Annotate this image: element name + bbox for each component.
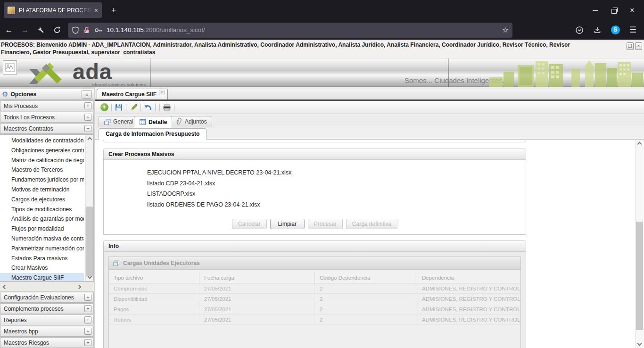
form-button[interactable]: Carga definitiva xyxy=(346,219,397,229)
sidebar-accordion-item[interactable]: Maestros Contratos − xyxy=(0,123,94,134)
form-button[interactable]: Limpiar xyxy=(270,219,305,229)
sidebar-tree-item[interactable]: Parametrizar numeración contrato xyxy=(0,244,84,254)
reload-icon[interactable] xyxy=(50,24,64,37)
sidebar-tree-item[interactable]: Análisis de garantías por modalida xyxy=(0,214,84,224)
sidebar-tree-item[interactable]: Numeración masiva de contratos xyxy=(0,234,84,244)
accordion-toggle-button[interactable]: − xyxy=(84,125,91,132)
url-field[interactable]: 10.1.140.105:2080/unillanos_sicof/ ☆ xyxy=(68,23,512,38)
sidebar-accordion-item[interactable]: Todos Los Procesos + xyxy=(0,112,94,123)
content-vertical-scrollbar[interactable] xyxy=(635,140,644,348)
sidebar-accordion-item[interactable]: Reportes + xyxy=(0,315,94,325)
window-close-icon[interactable]: × xyxy=(630,8,636,13)
col-tipo-archivo[interactable]: Tipo archivo xyxy=(109,272,199,283)
sidebar-accordion-item[interactable]: Maestros Riesgos + xyxy=(0,337,94,348)
sidebar-accordion-item[interactable]: Configuración Evaluaciones + xyxy=(0,292,94,303)
tab-close-icon[interactable]: × xyxy=(94,7,98,14)
sidebar-accordion-item[interactable]: Mis Procesos + xyxy=(0,100,94,111)
sidebar-tree-item[interactable]: Tipos de modificaciones xyxy=(0,205,84,215)
content-scroll-thumb[interactable] xyxy=(636,222,643,330)
subtab-carga-informacion[interactable]: Carga de Informacion Presupuesto xyxy=(99,128,206,140)
edit-pencil-icon[interactable] xyxy=(128,103,139,112)
download-icon[interactable] xyxy=(593,26,602,34)
sidebar-accordion-item[interactable]: Complemento procesos + xyxy=(0,303,94,314)
new-tab-button[interactable]: + xyxy=(107,5,120,17)
col-codigo-dependencia[interactable]: Codigo Dependencia xyxy=(315,272,417,283)
col-dependencia[interactable]: Dependencia xyxy=(417,272,520,283)
sidebar-tree-item[interactable]: Modalidades de contratación xyxy=(0,136,84,146)
menu-icon[interactable]: ☰ xyxy=(629,25,636,35)
url-text[interactable]: 10.1.140.105:2080/unillanos_sicof/ xyxy=(107,26,502,33)
scroll-down-icon[interactable] xyxy=(86,273,93,281)
skype-icon[interactable]: S xyxy=(611,25,620,34)
sidebar-tree-item[interactable]: Estados Para masivos xyxy=(0,254,84,264)
accordion-toggle-button[interactable]: + xyxy=(84,294,91,301)
sidebar-tree-item[interactable]: Cargos de ejecutores xyxy=(0,195,84,205)
sidebar-tree-item[interactable]: Motivos de terminación xyxy=(0,185,84,195)
form-button[interactable]: Cancelar xyxy=(232,219,267,229)
key-icon[interactable] xyxy=(94,26,103,34)
print-icon[interactable] xyxy=(162,103,172,112)
favicon xyxy=(8,7,15,14)
window-restore-icon[interactable] xyxy=(611,8,618,13)
accordion-toggle-button[interactable]: + xyxy=(84,114,91,121)
browser-url-bar: ← → 10.1.140.105:2080/unillanos_sicof/ ☆ xyxy=(0,21,644,40)
welcome-text: PROCESOS: Bienvenido ADMIN - ADA_IMPLANT… xyxy=(1,41,597,56)
window-minimize-icon[interactable] xyxy=(592,8,599,13)
undo-icon[interactable] xyxy=(143,103,153,112)
sidebar-tree-item[interactable]: Obligaciones generales contratist xyxy=(0,146,84,156)
tab-detalle[interactable]: Detalle xyxy=(134,116,172,128)
accordion-toggle-button[interactable]: + xyxy=(84,305,91,312)
sidebar-tree-item[interactable]: Fundamentos jurídicos por modali xyxy=(0,175,84,185)
paperclip-icon xyxy=(176,118,182,125)
table-row[interactable]: Disponibilidad 27/05/2021 2 ADMISIONES, … xyxy=(109,294,520,304)
add-button[interactable]: + xyxy=(99,103,109,112)
wrench-icon[interactable] xyxy=(34,24,48,37)
portlet-close-button[interactable]: × xyxy=(635,42,642,50)
insecure-lock-icon[interactable] xyxy=(83,26,91,34)
table-row[interactable]: Pagos 27/05/2021 2 ADMISIONES, REGISTRO … xyxy=(109,304,520,315)
scroll-left-icon[interactable] xyxy=(0,282,8,291)
save-icon[interactable] xyxy=(114,103,124,112)
cell-fecha-carga: 27/05/2021 xyxy=(199,315,315,324)
accordion-toggle-button[interactable]: + xyxy=(84,102,91,109)
sidebar-tree-item[interactable]: Maestro de Terceros xyxy=(0,165,84,175)
col-fecha-carga[interactable]: Fecha carga xyxy=(199,272,315,283)
tab-adjuntos[interactable]: Adjuntos xyxy=(171,116,212,127)
table-row[interactable]: Compromisos 27/05/2021 2 ADMISIONES, REG… xyxy=(109,283,520,294)
scroll-down-icon[interactable] xyxy=(636,340,644,348)
brand-banner: ada shared services solutions Somos... C… xyxy=(0,58,644,87)
sidebar-tree-item[interactable]: Crear Masivos xyxy=(0,263,84,273)
shield-icon[interactable] xyxy=(72,26,79,34)
screen: PLATAFORMA DE PROCESOS DE × + × ← → xyxy=(0,0,644,348)
tree-items: Modalidades de contrataciónObligaciones … xyxy=(0,136,84,282)
scroll-up-icon[interactable] xyxy=(86,135,93,142)
forward-icon[interactable]: → xyxy=(18,24,32,37)
tree-scroll-thumb[interactable] xyxy=(86,207,93,276)
bookmark-star-icon[interactable]: ☆ xyxy=(502,25,509,34)
city-skyline-illustration xyxy=(488,59,644,87)
uploaded-file-name: listado CDP 23-04-21.xlsx xyxy=(147,178,526,189)
pocket-icon[interactable] xyxy=(575,26,584,34)
back-icon[interactable]: ← xyxy=(2,24,16,37)
tree-vertical-scrollbar[interactable] xyxy=(85,135,93,281)
accordion-toggle-button[interactable]: + xyxy=(84,328,91,335)
window-tab-close-icon[interactable]: × xyxy=(159,90,165,95)
sidebar-tree-item[interactable]: Maestro Cargue SIIF xyxy=(0,273,84,282)
portlet-restore-button[interactable]: ❐ xyxy=(627,42,634,50)
sidebar-accordion-item[interactable]: Maestros bpp + xyxy=(0,326,94,337)
browser-tab[interactable]: PLATAFORMA DE PROCESOS DE × xyxy=(4,2,102,18)
scroll-up-icon[interactable] xyxy=(636,140,644,147)
tab-general[interactable]: General xyxy=(99,116,139,127)
panel-title: Info xyxy=(104,241,526,252)
sidebar-tree-item[interactable]: Flujos por modalidad xyxy=(0,224,84,234)
form-button[interactable]: Procesar xyxy=(308,219,343,229)
sidebar-collapse-button[interactable]: « xyxy=(82,90,92,99)
accordion-toggle-button[interactable]: + xyxy=(84,316,91,323)
accordion-toggle-button[interactable]: + xyxy=(84,339,91,346)
tree-horizontal-scrollbar[interactable] xyxy=(0,282,94,291)
sidebar-tree-item[interactable]: Matriz de calificación de riegos xyxy=(0,156,84,166)
table-row[interactable]: Rubros 27/05/2021 2 ADMISIONES, REGISTRO… xyxy=(109,315,520,325)
window-tab-maestro-cargue-siif[interactable]: Maestro Cargue SIIF × xyxy=(97,89,168,99)
scroll-right-icon[interactable] xyxy=(75,282,84,291)
ada-logo-mark xyxy=(27,62,68,88)
